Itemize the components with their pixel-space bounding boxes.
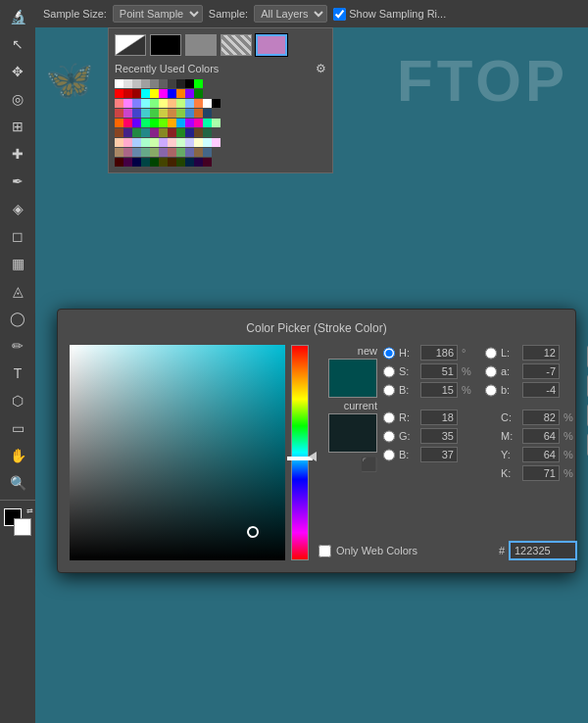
- shape-tool[interactable]: ▭: [5, 415, 30, 441]
- eyedropper-tool[interactable]: 🔬: [5, 4, 30, 29]
- text-tool[interactable]: T: [5, 361, 30, 386]
- rc3[interactable]: [132, 109, 141, 118]
- sc11[interactable]: [203, 99, 212, 108]
- swatch-lgray4[interactable]: [150, 79, 159, 88]
- gray-preset[interactable]: [185, 34, 217, 56]
- show-sampling-checkbox[interactable]: [333, 8, 346, 21]
- dc7[interactable]: [168, 158, 176, 167]
- oc12[interactable]: [212, 119, 220, 127]
- only-web-colors-checkbox[interactable]: [318, 545, 331, 557]
- bc11[interactable]: [203, 128, 212, 137]
- path-tool[interactable]: ⬡: [5, 388, 30, 413]
- swatch-black[interactable]: [185, 79, 194, 88]
- rc7[interactable]: [168, 109, 176, 118]
- bc5[interactable]: [150, 128, 159, 137]
- rc2[interactable]: [123, 109, 132, 118]
- crop-tool[interactable]: ⊞: [5, 114, 30, 139]
- nc5[interactable]: [150, 148, 159, 157]
- hue-radio[interactable]: [383, 347, 395, 360]
- swatch-settings-icon[interactable]: ⚙: [316, 62, 326, 75]
- swatch-dgray2[interactable]: [168, 79, 176, 88]
- rc5[interactable]: [150, 109, 159, 118]
- dc3[interactable]: [132, 158, 141, 167]
- bc7[interactable]: [168, 128, 176, 137]
- swap-colors-icon[interactable]: ⇄: [26, 506, 33, 515]
- swatch-c1[interactable]: [141, 89, 150, 98]
- dc4[interactable]: [141, 158, 150, 167]
- hue-slider[interactable]: [291, 345, 309, 560]
- swatch-lgray3[interactable]: [141, 79, 150, 88]
- move-tool[interactable]: ✥: [5, 59, 30, 84]
- sc6[interactable]: [159, 99, 168, 108]
- nc10[interactable]: [194, 148, 203, 157]
- sc9[interactable]: [185, 99, 194, 108]
- swatch-lgray2[interactable]: [132, 79, 141, 88]
- bc1[interactable]: [115, 128, 123, 137]
- clone-tool[interactable]: ◈: [5, 196, 30, 221]
- tc12[interactable]: [212, 138, 220, 147]
- sat-input[interactable]: [420, 363, 458, 379]
- brush-tool[interactable]: ✒: [5, 169, 30, 194]
- a-radio[interactable]: [485, 365, 497, 378]
- sample-select[interactable]: All Layers: [254, 5, 327, 23]
- hue-input[interactable]: [420, 345, 458, 361]
- red-radio[interactable]: [383, 411, 395, 424]
- pink-preset selected[interactable]: [256, 34, 287, 56]
- swatch-m1[interactable]: [159, 89, 168, 98]
- tc7[interactable]: [168, 138, 176, 147]
- l-input[interactable]: [522, 345, 560, 361]
- blue-radio[interactable]: [383, 449, 395, 461]
- tc1[interactable]: [115, 138, 123, 147]
- nc11[interactable]: [203, 148, 212, 157]
- swatch-green1[interactable]: [194, 79, 203, 88]
- only-web-colors-label[interactable]: Only Web Colors: [318, 545, 417, 557]
- sc2[interactable]: [123, 99, 132, 108]
- hex-input[interactable]: [509, 541, 577, 560]
- oc7[interactable]: [168, 119, 176, 127]
- swatch-b1[interactable]: [168, 89, 176, 98]
- oc8[interactable]: [176, 119, 185, 127]
- swatch-p1[interactable]: [185, 89, 194, 98]
- eraser-tool[interactable]: ◻: [5, 223, 30, 249]
- sat-radio[interactable]: [383, 365, 395, 378]
- sc3[interactable]: [132, 99, 141, 108]
- dc1[interactable]: [115, 158, 123, 167]
- hand-tool[interactable]: ✋: [5, 443, 30, 468]
- zoom-tool[interactable]: 🔍: [5, 470, 30, 496]
- tc8[interactable]: [176, 138, 185, 147]
- swatch-white[interactable]: [115, 79, 123, 88]
- sc10[interactable]: [194, 99, 203, 108]
- cube-icon[interactable]: ⬛: [361, 457, 377, 472]
- stroke-preset[interactable]: [115, 34, 146, 56]
- nc4[interactable]: [141, 148, 150, 157]
- c-input[interactable]: [522, 410, 560, 425]
- rc11[interactable]: [203, 109, 212, 118]
- oc6[interactable]: [159, 119, 168, 127]
- nc9[interactable]: [185, 148, 194, 157]
- nc6[interactable]: [159, 148, 168, 157]
- bc2[interactable]: [123, 128, 132, 137]
- bc3[interactable]: [132, 128, 141, 137]
- dc9[interactable]: [185, 158, 194, 167]
- bc9[interactable]: [185, 128, 194, 137]
- swatch-dgray1[interactable]: [159, 79, 168, 88]
- bc4[interactable]: [141, 128, 150, 137]
- dc6[interactable]: [159, 158, 168, 167]
- rc9[interactable]: [185, 109, 194, 118]
- black-preset[interactable]: [150, 34, 181, 56]
- nc3[interactable]: [132, 148, 141, 157]
- swatch-g1[interactable]: [194, 89, 203, 98]
- nc1[interactable]: [115, 148, 123, 157]
- bc10[interactable]: [194, 128, 203, 137]
- y-input[interactable]: [522, 447, 560, 462]
- swatch-y1[interactable]: [150, 89, 159, 98]
- b2-input[interactable]: [522, 382, 560, 398]
- swatch-r3[interactable]: [132, 89, 141, 98]
- red-input[interactable]: [420, 410, 458, 425]
- nc8[interactable]: [176, 148, 185, 157]
- tc11[interactable]: [203, 138, 212, 147]
- dc5[interactable]: [150, 158, 159, 167]
- b2-radio[interactable]: [485, 384, 497, 397]
- m-input[interactable]: [522, 428, 560, 444]
- nc7[interactable]: [168, 148, 176, 157]
